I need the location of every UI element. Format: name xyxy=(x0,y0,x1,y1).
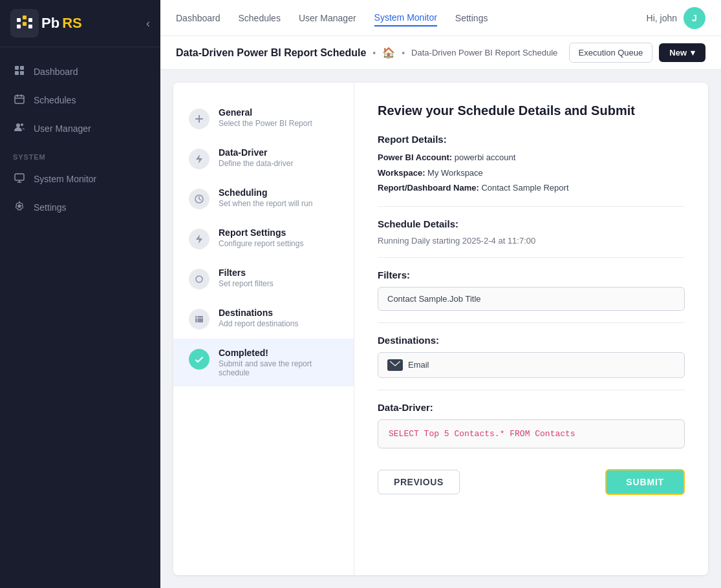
new-button-label: New xyxy=(669,48,687,58)
sidebar-item-system-monitor[interactable]: System Monitor xyxy=(0,165,160,193)
breadcrumb-link[interactable]: Data-Driven Power BI Report Schedule xyxy=(411,48,557,58)
topnav-settings[interactable]: Settings xyxy=(455,10,488,26)
svg-marker-27 xyxy=(196,235,202,244)
user-info: Hi, john J xyxy=(647,7,705,29)
wizard-heading: Review your Schedule Details and Submit xyxy=(378,103,685,118)
top-nav: Dashboard Schedules User Manager System … xyxy=(160,0,721,36)
step-title-scheduling: Scheduling xyxy=(219,187,312,198)
back-button[interactable]: ‹ xyxy=(146,17,150,30)
step-subtitle-general: Select the Power BI Report xyxy=(219,119,312,128)
logo-pb: Pb xyxy=(41,15,59,32)
destination-email-label: Email xyxy=(408,360,429,370)
page-title: Data-Driven Power BI Report Schedule xyxy=(176,47,366,59)
chevron-down-icon: ▾ xyxy=(691,48,695,58)
step-subtitle-filters: Set report filters xyxy=(219,279,274,288)
execution-queue-button[interactable]: Execution Queue xyxy=(569,43,653,63)
wizard-step-destinations[interactable]: Destinations Add report destinations xyxy=(173,299,354,339)
step-text-filters: Filters Set report filters xyxy=(219,268,274,288)
sidebar-item-settings[interactable]: Settings xyxy=(0,193,160,222)
monitor-icon xyxy=(13,173,26,185)
data-driver-label: Data-Driver: xyxy=(378,402,685,413)
step-icon-scheduling xyxy=(189,189,210,209)
step-title-completed: Completed! xyxy=(219,348,338,358)
svg-rect-3 xyxy=(23,16,27,19)
step-title-report-settings: Report Settings xyxy=(219,227,303,238)
step-subtitle-data-driver: Define the data-driver xyxy=(219,159,293,168)
user-avatar: J xyxy=(683,7,705,29)
power-bi-account-value: powerbi account xyxy=(455,152,516,162)
submit-button[interactable]: SUBMIT xyxy=(605,469,685,495)
step-icon-report-settings xyxy=(189,229,210,249)
svg-rect-4 xyxy=(23,22,27,26)
breadcrumb-bar: Data-Driven Power BI Report Schedule • 🏠… xyxy=(160,36,721,70)
breadcrumb-separator-1: • xyxy=(372,48,376,58)
svg-point-15 xyxy=(16,123,20,127)
wizard-footer: PREVIOUS SUBMIT xyxy=(378,469,685,495)
wizard-step-completed[interactable]: Completed! Submit and save the report sc… xyxy=(173,339,354,386)
wizard-steps: General Select the Power BI Report Data-… xyxy=(173,83,354,575)
data-driver-sql-box: SELECT Top 5 Contacts.* FROM Contacts xyxy=(378,419,685,448)
logo-rs: RS xyxy=(62,15,82,32)
report-name-value: Contact Sample Report xyxy=(481,183,568,193)
step-title-destinations: Destinations xyxy=(219,308,298,318)
gear-icon xyxy=(13,201,26,214)
svg-rect-11 xyxy=(15,96,24,103)
svg-point-20 xyxy=(18,205,21,208)
step-text-completed: Completed! Submit and save the report sc… xyxy=(219,348,338,377)
sidebar-item-user-manager[interactable]: User Manager xyxy=(0,114,160,143)
sql-query-text: SELECT Top 5 Contacts.* FROM Contacts xyxy=(389,429,576,439)
step-subtitle-completed: Submit and save the report schedule xyxy=(219,359,338,377)
step-text-destinations: Destinations Add report destinations xyxy=(219,308,298,328)
step-icon-completed xyxy=(189,349,210,370)
topnav-dashboard[interactable]: Dashboard xyxy=(176,10,221,26)
step-icon-general xyxy=(189,109,210,129)
wizard-card: General Select the Power BI Report Data-… xyxy=(173,83,708,575)
previous-button[interactable]: PREVIOUS xyxy=(378,470,460,494)
divider-1 xyxy=(378,206,685,207)
sidebar-item-label-settings: Settings xyxy=(34,202,67,213)
topnav-system-monitor[interactable]: System Monitor xyxy=(374,10,437,26)
step-title-general: General xyxy=(219,107,312,118)
sidebar-item-label-dashboard: Dashboard xyxy=(34,67,78,77)
workspace-row: Workspace: My Workspace xyxy=(378,167,685,180)
svg-rect-2 xyxy=(17,25,21,28)
wizard-step-general[interactable]: General Select the Power BI Report xyxy=(173,98,354,138)
content-area: General Select the Power BI Report Data-… xyxy=(160,70,721,588)
wizard-step-data-driver[interactable]: Data-Driver Define the data-driver xyxy=(173,138,354,178)
svg-rect-29 xyxy=(195,316,203,322)
user-greeting: Hi, john xyxy=(647,13,677,23)
topnav-user-manager[interactable]: User Manager xyxy=(299,10,356,26)
divider-3 xyxy=(378,322,685,323)
workspace-value: My Workspace xyxy=(427,168,483,178)
schedule-running-text: Running Daily starting 2025-2-4 at 11:7:… xyxy=(378,236,685,246)
calendar-icon xyxy=(13,94,26,107)
svg-rect-7 xyxy=(15,66,19,70)
step-title-data-driver: Data-Driver xyxy=(219,147,293,158)
system-section-label: SYSTEM xyxy=(0,143,160,165)
step-icon-data-driver xyxy=(189,149,210,169)
sidebar-item-label-system-monitor: System Monitor xyxy=(34,174,96,184)
wizard-step-scheduling[interactable]: Scheduling Set when the report will run xyxy=(173,178,354,218)
step-text-data-driver: Data-Driver Define the data-driver xyxy=(219,147,293,168)
power-bi-account-row: Power BI Account: powerbi account xyxy=(378,151,685,164)
step-subtitle-report-settings: Configure report settings xyxy=(219,239,303,248)
breadcrumb-home-icon[interactable]: 🏠 xyxy=(382,47,395,59)
step-text-general: General Select the Power BI Report xyxy=(219,107,312,128)
svg-rect-22 xyxy=(199,115,200,123)
sidebar-item-schedules[interactable]: Schedules xyxy=(0,86,160,114)
main-area: Dashboard Schedules User Manager System … xyxy=(160,0,721,588)
svg-rect-1 xyxy=(17,18,21,22)
divider-4 xyxy=(378,390,685,390)
breadcrumb-separator-2: • xyxy=(402,48,405,58)
filter-value-box: Contact Sample.Job Title xyxy=(378,287,685,311)
wizard-step-report-settings[interactable]: Report Settings Configure report setting… xyxy=(173,218,354,258)
topnav-schedules[interactable]: Schedules xyxy=(239,10,281,26)
sidebar-item-dashboard[interactable]: Dashboard xyxy=(0,58,160,86)
destinations-label: Destinations: xyxy=(378,335,685,346)
sidebar-logo-area: PbRS ‹ xyxy=(0,0,160,47)
wizard-step-filters[interactable]: Filters Set report filters xyxy=(173,258,354,299)
sidebar-item-label-user-manager: User Manager xyxy=(34,123,91,134)
svg-rect-17 xyxy=(15,174,24,180)
new-button[interactable]: New ▾ xyxy=(659,43,705,62)
nav-items: Dashboard Schedules xyxy=(0,47,160,232)
